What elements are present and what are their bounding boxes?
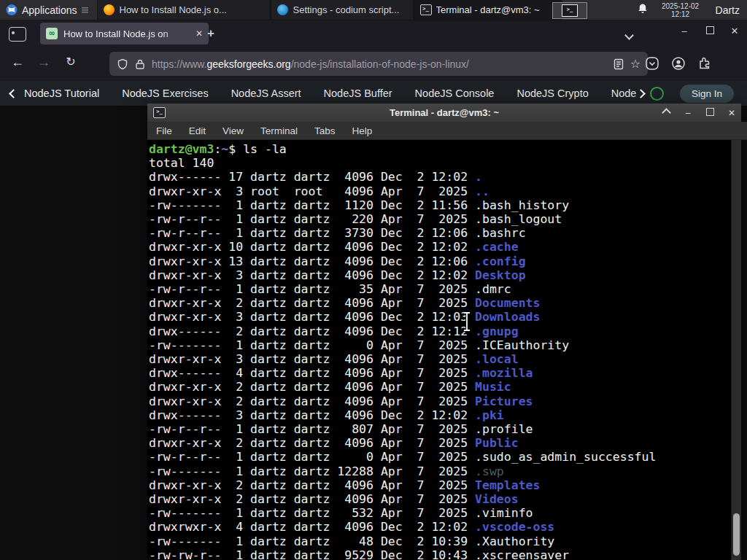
terminal-output-line: drwxr-xr-x 3 root root 4096 Apr 7 2025 .… [149, 184, 732, 198]
terminal-menu-view[interactable]: View [222, 125, 244, 136]
sign-in-button[interactable]: Sign In [680, 85, 734, 103]
nav-item[interactable]: NodeJS Assert [231, 88, 301, 99]
nav-item[interactable]: NodeJS Exercises [122, 88, 208, 99]
file-name: .bash_history [475, 198, 569, 212]
user-label[interactable]: Dartz [713, 4, 743, 16]
pocket-icon[interactable] [645, 56, 659, 74]
terminal-maximize-button[interactable] [705, 108, 715, 118]
panel-window-button[interactable]: How to Install Node.js o... [97, 0, 271, 20]
terminal-menu-file[interactable]: File [156, 125, 172, 136]
back-button[interactable]: ← [8, 55, 27, 70]
lock-icon[interactable] [135, 58, 145, 70]
search-icon[interactable] [650, 87, 664, 101]
file-meta: drwxr-xr-x 2 dartz dartz 4096 Apr 7 2025 [149, 380, 475, 394]
browser-tab-bar: ∞ How to Install Node.js on ✕ + – ✕ [0, 20, 747, 47]
file-name: Music [475, 380, 511, 394]
file-name: .. [475, 184, 489, 198]
window-close-button[interactable]: ✕ [727, 26, 743, 36]
terminal-menu-terminal[interactable]: Terminal [260, 125, 298, 136]
workspace-pager[interactable]: >_ [552, 2, 587, 19]
xubuntu-logo-icon [6, 4, 18, 16]
terminal-output-line: drwxr-xr-x 2 dartz dartz 4096 Apr 7 2025… [149, 478, 732, 492]
nav-item[interactable]: NodeJS Console [415, 88, 495, 99]
file-name: .cache [475, 240, 519, 254]
nav-scroll-left-icon[interactable] [9, 89, 18, 98]
bookmark-star-icon[interactable]: ☆ [630, 57, 640, 71]
extensions-icon[interactable] [698, 56, 711, 72]
file-meta: drwxr-xr-x 10 dartz dartz 4096 Dec 2 12:… [149, 240, 475, 254]
file-meta: drwx------ 17 dartz dartz 4096 Dec 2 12:… [149, 170, 475, 184]
terminal-output-line: drwxr-xr-x 13 dartz dartz 4096 Dec 2 12:… [149, 254, 732, 268]
nav-scroll-right-icon[interactable] [636, 89, 646, 98]
panel-clock[interactable]: 2025-12-02 12:12 [656, 2, 705, 18]
window-button-label: Terminal - dartz@vm3: ~ [436, 4, 540, 15]
reader-view-icon[interactable] [614, 58, 624, 70]
scrollbar-thumb[interactable] [733, 513, 740, 556]
terminal-scrollbar[interactable] [731, 140, 741, 560]
file-name: .dmrc [475, 282, 511, 296]
nav-item[interactable]: NodeJS Buffer [324, 88, 392, 99]
file-meta: drwxr-xr-x 2 dartz dartz 4096 Apr 7 2025 [149, 296, 475, 310]
panel-window-button[interactable]: Settings - codium script... [271, 0, 414, 20]
tracking-shield-icon[interactable] [117, 58, 128, 70]
url-text: https://www.geeksforgeeks.org/node-js/in… [152, 58, 607, 70]
file-meta: -rw-r--r-- 1 dartz dartz 0 Apr 7 2025 [149, 450, 475, 464]
clock-date: 2025-12-02 [656, 2, 705, 10]
terminal-shade-icon[interactable] [661, 108, 671, 118]
file-name: Documents [475, 296, 540, 310]
site-nav-bar: NodeJS TutorialNodeJS ExercisesNodeJS As… [0, 81, 747, 106]
file-meta: drwxr-xr-x 2 dartz dartz 4096 Apr 7 2025 [149, 394, 475, 408]
terminal-close-button[interactable]: ✕ [727, 108, 737, 118]
terminal-window: >_ Terminal - dartz@vm3: ~ – ✕ FileEditV… [147, 104, 741, 560]
terminal-output-line: -rw------- 1 dartz dartz 0 Apr 7 2025 .I… [149, 338, 732, 352]
notification-bell-icon[interactable] [637, 3, 649, 18]
site-nav-items: NodeJS TutorialNodeJS ExercisesNodeJS As… [24, 88, 636, 99]
account-icon[interactable] [671, 56, 686, 74]
window-maximize-button[interactable] [702, 26, 718, 36]
terminal-prompt-line: dartz@vm3:~$ ls -la [149, 142, 287, 156]
terminal-menu-tabs[interactable]: Tabs [314, 125, 336, 136]
terminal-output-line: drwxr-xr-x 3 dartz dartz 4096 Dec 2 12:0… [149, 268, 732, 282]
forward-button[interactable]: → [34, 55, 53, 70]
file-name: .gnupg [475, 324, 519, 338]
new-tab-button[interactable]: + [207, 26, 214, 41]
menu-lines-icon [82, 7, 88, 13]
panel-window-button[interactable]: >_Terminal - dartz@vm3: ~ [414, 0, 562, 20]
workspace-window-icon: >_ [562, 4, 578, 17]
file-name: Downloads [475, 310, 540, 324]
file-meta: -rw------- 1 dartz dartz 0 Apr 7 2025 [149, 338, 475, 352]
file-name: .pki [475, 408, 504, 422]
browser-tab[interactable]: ∞ How to Install Node.js on ✕ [40, 23, 209, 44]
terminal-output-line: drwxr-xr-x 3 dartz dartz 4096 Dec 2 12:0… [149, 310, 732, 324]
url-scheme: https://www. [152, 58, 206, 70]
terminal-output-line: -rw-r--r-- 1 dartz dartz 0 Apr 7 2025 .s… [149, 450, 732, 464]
firefox-view-icon[interactable] [9, 27, 26, 42]
terminal-screen[interactable]: dartz@vm3:~$ ls -latotal 140drwx------ 1… [149, 140, 732, 560]
nav-item[interactable]: NodeJS Tutorial [24, 88, 99, 99]
window-button-label: How to Install Node.js o... [120, 4, 227, 15]
window-minimize-button[interactable]: – [676, 26, 692, 36]
reload-button[interactable]: ↻ [61, 55, 80, 69]
terminal-output-line: drwx------ 4 dartz dartz 4096 Apr 7 2025… [149, 366, 732, 380]
file-name: Videos [475, 492, 519, 506]
file-meta: drwxr-xr-x 3 dartz dartz 4096 Dec 2 12:0… [149, 310, 475, 324]
terminal-menu-edit[interactable]: Edit [189, 125, 206, 136]
terminal-minimize-button[interactable]: – [683, 108, 693, 118]
terminal-output-line: -rw-rw-r-- 1 dartz dartz 9529 Dec 2 10:4… [149, 548, 732, 560]
file-meta: -rw-rw-r-- 1 dartz dartz 9529 Dec 2 10:4… [149, 548, 475, 560]
terminal-output-line: -rw-r--r-- 1 dartz dartz 3730 Dec 2 12:0… [149, 226, 732, 240]
terminal-menu-help[interactable]: Help [352, 125, 373, 136]
url-bar[interactable]: https://www.geeksforgeeks.org/node-js/in… [109, 52, 648, 76]
nav-item[interactable]: NodeJS DNS [611, 88, 636, 99]
tab-close-icon[interactable]: ✕ [196, 28, 203, 39]
terminal-title-bar[interactable]: >_ Terminal - dartz@vm3: ~ – ✕ [147, 104, 741, 122]
terminal-output-line: drwx------ 3 dartz dartz 4096 Dec 2 12:0… [149, 408, 732, 422]
list-all-tabs-icon[interactable] [621, 30, 637, 41]
file-meta: drwxr-xr-x 2 dartz dartz 4096 Apr 7 2025 [149, 478, 475, 492]
file-meta: drwxr-xr-x 3 dartz dartz 4096 Apr 7 2025 [149, 352, 475, 366]
applications-menu-button[interactable]: Applications [0, 0, 94, 20]
terminal-icon: >_ [420, 4, 432, 16]
file-meta: -rw-r--r-- 1 dartz dartz 220 Apr 7 2025 [149, 212, 475, 226]
file-meta: -rw-r--r-- 1 dartz dartz 807 Apr 7 2025 [149, 422, 475, 436]
nav-item[interactable]: NodeJS Crypto [516, 88, 588, 99]
